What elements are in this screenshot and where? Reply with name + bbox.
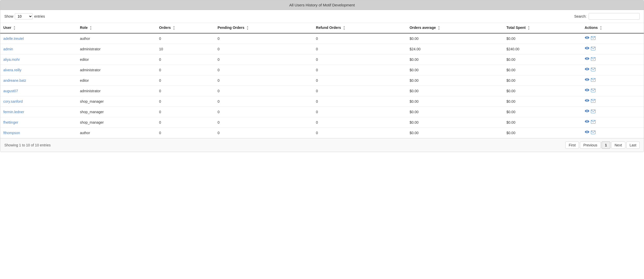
cell-pending-orders: 0 (214, 128, 313, 138)
view-icon[interactable] (585, 36, 589, 41)
cell-orders-average: $0.00 (407, 65, 503, 75)
action-icons-group (585, 57, 641, 62)
cell-refund-orders: 0 (313, 65, 407, 75)
email-icon[interactable] (591, 57, 595, 62)
orders-sort-icon[interactable]: ▲▼ (173, 26, 175, 30)
user-link[interactable]: andreane.batz (3, 78, 26, 83)
previous-button[interactable]: Previous (580, 142, 600, 149)
search-box: Search: (574, 13, 640, 20)
user-link[interactable]: fhettinger (3, 120, 18, 124)
view-icon[interactable] (585, 46, 589, 52)
table-row: alvera.reillyadministrator000$0.00$0.00 (0, 65, 644, 75)
user-link[interactable]: admin (3, 47, 13, 51)
cell-total-spent: $0.00 (503, 128, 581, 138)
cell-user: cory.sanford (0, 96, 77, 107)
cell-user: admin (0, 44, 77, 54)
cell-orders: 0 (156, 117, 214, 128)
table-row: adminadministrator1000$24.00$240.00 (0, 44, 644, 54)
cell-orders-average: $0.00 (407, 96, 503, 107)
user-sort-icon[interactable]: ▲▼ (13, 26, 16, 30)
action-icons-group (585, 120, 641, 125)
col-refund-orders: Refund Orders ▲▼ (313, 23, 407, 33)
entries-select[interactable]: 10 25 50 100 (15, 13, 33, 19)
action-icons-group (585, 130, 641, 135)
cell-role: administrator (77, 65, 156, 75)
email-icon[interactable] (591, 67, 595, 73)
email-icon[interactable] (591, 46, 595, 52)
user-link[interactable]: alvera.reilly (3, 68, 21, 72)
action-icons-group (585, 88, 641, 94)
refund-orders-sort-icon[interactable]: ▲▼ (343, 26, 345, 30)
cell-actions (582, 86, 644, 96)
cell-orders: 0 (156, 75, 214, 86)
cell-refund-orders: 0 (313, 128, 407, 138)
first-button[interactable]: First (565, 142, 579, 149)
view-icon[interactable] (585, 57, 589, 62)
action-icons-group (585, 67, 641, 73)
cell-refund-orders: 0 (313, 86, 407, 96)
view-icon[interactable] (585, 88, 589, 94)
cell-role: shop_manager (77, 117, 156, 128)
action-icons-group (585, 99, 641, 104)
cell-orders-average: $0.00 (407, 107, 503, 117)
view-icon[interactable] (585, 130, 589, 135)
page-1-button[interactable]: 1 (602, 142, 610, 149)
col-pending-orders: Pending Orders ▲▼ (214, 23, 313, 33)
cell-role: administrator (77, 86, 156, 96)
cell-orders: 0 (156, 128, 214, 138)
cell-pending-orders: 0 (214, 96, 313, 107)
user-link[interactable]: august07 (3, 89, 18, 93)
table-row: adelle.treutelauthor000$0.00$0.00 (0, 33, 644, 44)
cell-user: aliya.mohr (0, 54, 77, 65)
user-link[interactable]: aliya.mohr (3, 57, 20, 62)
view-icon[interactable] (585, 99, 589, 104)
table-row: andreane.batzeditor000$0.00$0.00 (0, 75, 644, 86)
cell-user: andreane.batz (0, 75, 77, 86)
view-icon[interactable] (585, 109, 589, 114)
cell-user: fthompson (0, 128, 77, 138)
cell-total-spent: $0.00 (503, 96, 581, 107)
cell-orders: 0 (156, 107, 214, 117)
total-spent-sort-icon[interactable]: ▲▼ (528, 26, 530, 30)
cell-user: august07 (0, 86, 77, 96)
cell-total-spent: $0.00 (503, 117, 581, 128)
pagination: First Previous 1 Next Last (565, 142, 640, 149)
user-link[interactable]: cory.sanford (3, 99, 23, 103)
cell-actions (582, 33, 644, 44)
table-row: aliya.mohreditor000$0.00$0.00 (0, 54, 644, 65)
actions-sort-icon[interactable]: ▲▼ (600, 26, 602, 30)
email-icon[interactable] (591, 109, 595, 114)
cell-pending-orders: 0 (214, 54, 313, 65)
cell-refund-orders: 0 (313, 54, 407, 65)
email-icon[interactable] (591, 120, 595, 125)
entries-label: entries (34, 14, 45, 18)
view-icon[interactable] (585, 78, 589, 83)
cell-orders: 0 (156, 86, 214, 96)
cell-orders: 0 (156, 33, 214, 44)
email-icon[interactable] (591, 88, 595, 94)
cell-actions (582, 65, 644, 75)
view-icon[interactable] (585, 67, 589, 73)
user-link[interactable]: fthompson (3, 131, 20, 135)
view-icon[interactable] (585, 120, 589, 125)
last-button[interactable]: Last (626, 142, 640, 149)
email-icon[interactable] (591, 130, 595, 135)
email-icon[interactable] (591, 99, 595, 104)
orders-average-sort-icon[interactable]: ▲▼ (438, 26, 440, 30)
next-button[interactable]: Next (611, 142, 625, 149)
cell-role: editor (77, 75, 156, 86)
cell-actions (582, 44, 644, 54)
user-link[interactable]: adelle.treutel (3, 37, 24, 41)
table-title-bar: All Users History of Motif Development (0, 0, 644, 10)
action-icons-group (585, 109, 641, 114)
search-input[interactable] (589, 13, 640, 20)
cell-total-spent: $0.00 (503, 54, 581, 65)
user-link[interactable]: fermin.ledner (3, 110, 24, 114)
email-icon[interactable] (591, 36, 595, 41)
cell-actions (582, 117, 644, 128)
table-controls: Show 10 25 50 100 entries Search: (0, 10, 644, 23)
email-icon[interactable] (591, 78, 595, 83)
cell-actions (582, 54, 644, 65)
pending-orders-sort-icon[interactable]: ▲▼ (246, 26, 249, 30)
role-sort-icon[interactable]: ▲▼ (90, 26, 92, 30)
